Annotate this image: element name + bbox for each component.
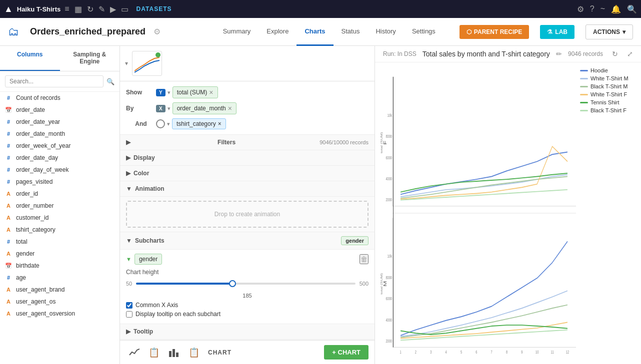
tab-history[interactable]: History — [368, 18, 404, 46]
bar-chart-button[interactable] — [166, 345, 182, 361]
subchart-dropdown-arrow[interactable]: ▼ — [126, 256, 132, 262]
y-dropdown-arrow[interactable]: ▾ — [168, 89, 170, 96]
columns-tab[interactable]: Columns — [0, 46, 60, 71]
legend-label-black-tshirt-f: Black T-Shirt F — [590, 107, 626, 113]
chart-title-edit-icon[interactable]: ✏ — [556, 50, 562, 58]
search-icon[interactable]: 🔍 — [627, 4, 637, 14]
refresh-icon[interactable]: ↻ — [87, 4, 94, 14]
display-section-header[interactable]: ▶ Display — [120, 150, 374, 166]
svg-rect-0 — [169, 351, 172, 357]
num-icon: # — [5, 239, 12, 245]
file-icon[interactable]: ≡ — [64, 4, 69, 13]
and-field-remove[interactable]: × — [218, 120, 222, 127]
list-item[interactable]: # order_week_of_year — [0, 140, 120, 152]
tab-summary[interactable]: Summary — [215, 18, 259, 46]
filters-section-header[interactable]: ▶ Filters 9046/10000 records — [120, 135, 374, 150]
common-x-axis-checkbox[interactable] — [126, 302, 132, 309]
subcharts-header[interactable]: ▼ Subcharts gender — [120, 232, 374, 250]
tooltip-section-header[interactable]: ▶ Tooltip — [120, 324, 374, 340]
tab-status[interactable]: Status — [334, 18, 368, 46]
y-field-remove[interactable]: × — [209, 88, 213, 96]
list-item[interactable]: A order_id — [0, 188, 120, 200]
y-field-chip[interactable]: total (SUM) × — [172, 86, 218, 98]
bar-chart-icon — [168, 348, 180, 357]
list-item[interactable]: # pages_visited — [0, 176, 120, 188]
list-item[interactable]: # age — [0, 272, 120, 284]
animation-drop-zone[interactable]: Drop to create animation — [126, 201, 368, 228]
list-item[interactable]: # order_date_month — [0, 128, 120, 140]
display-tooltip-checkbox[interactable] — [126, 311, 132, 318]
display-tooltip-row: Display tooltip on each subchart — [126, 311, 368, 318]
y-badge[interactable]: Y — [156, 89, 166, 96]
active-indicator — [156, 52, 160, 57]
svg-text:2000: 2000 — [386, 197, 392, 203]
sampling-tab[interactable]: Sampling & Engine — [60, 46, 120, 71]
layout-icon[interactable]: ▭ — [121, 4, 128, 14]
list-item[interactable]: A user_agent_brand — [0, 284, 120, 296]
list-item[interactable]: # order_date_year — [0, 116, 120, 128]
subcharts-gender-badge: gender — [341, 236, 368, 245]
str-icon: A — [5, 311, 12, 317]
x-dropdown-arrow[interactable]: ▾ — [168, 105, 170, 112]
filters-label: Filters — [218, 139, 236, 146]
list-item[interactable]: # total — [0, 236, 120, 248]
subchart-delete-button[interactable]: 🗑 — [360, 254, 368, 264]
copy2-chart-button[interactable]: 📋 — [186, 345, 202, 361]
x-field-chip[interactable]: order_date_month × — [172, 102, 236, 114]
date-icon: 📅 — [5, 107, 12, 113]
list-item[interactable]: A user_agent_osversion — [0, 308, 120, 320]
lab-button[interactable]: ⚗ LAB — [540, 25, 574, 39]
analytics-icon[interactable]: ~ — [600, 4, 605, 13]
actions-button[interactable]: ACTIONS ▾ — [586, 24, 633, 39]
chart-dropdown-arrow[interactable]: ▾ — [125, 60, 128, 67]
tab-charts[interactable]: Charts — [296, 18, 333, 46]
and-axis-selector: ▾ tshirt_category × — [156, 118, 368, 129]
color-section-header[interactable]: ▶ Color — [120, 166, 374, 181]
add-chart-button[interactable]: + CHART — [324, 345, 368, 360]
top-bar: ▲ Haiku T-Shirts ≡ ▦ ↻ ✎ ▶ ▭ DATASETS ⚙ … — [0, 0, 641, 18]
tab-settings[interactable]: Settings — [404, 18, 444, 46]
tooltip-label: Tooltip — [134, 328, 153, 335]
legend-label-white-tshirt-m: White T-Shirt M — [590, 75, 628, 81]
list-item[interactable]: A gender — [0, 248, 120, 260]
and-dropdown-arrow[interactable]: ▾ — [167, 121, 170, 127]
list-item[interactable]: A user_agent_os — [0, 296, 120, 308]
x-field-remove[interactable]: × — [228, 104, 232, 112]
chart-refresh-icon[interactable]: ↻ — [612, 50, 618, 58]
play-icon[interactable]: ▶ — [110, 4, 116, 14]
top-bar-right: ⚙ ? ~ 🔔 🔍 — [577, 4, 637, 14]
chart-expand-icon[interactable]: ⤢ — [627, 50, 633, 58]
list-item[interactable]: # order_date_day — [0, 152, 120, 164]
and-field-chip[interactable]: tshirt_category × — [172, 118, 226, 129]
line-chart-button[interactable] — [126, 345, 142, 361]
edit-icon[interactable]: ✎ — [98, 4, 105, 14]
list-item[interactable]: A tshirt_category — [0, 224, 120, 236]
animation-arrow: ▼ — [126, 185, 132, 192]
legend-label-black-tshirt-m: Black T-Shirt M — [590, 83, 628, 89]
copy-chart-button[interactable]: 📋 — [146, 345, 162, 361]
x-badge[interactable]: X — [156, 105, 166, 112]
tab-explore[interactable]: Explore — [258, 18, 296, 46]
chart-thumbnail[interactable] — [132, 51, 162, 76]
num-icon: # — [5, 143, 12, 149]
list-item[interactable]: # order_day_of_week — [0, 164, 120, 176]
grid-icon[interactable]: ▦ — [74, 4, 82, 14]
slider-container[interactable] — [136, 279, 355, 289]
dataset-settings-icon[interactable]: ⚙ — [154, 27, 160, 36]
search-input[interactable] — [5, 75, 104, 87]
settings-icon[interactable]: ⚙ — [577, 4, 584, 14]
notification-icon[interactable]: 🔔 — [611, 4, 621, 14]
column-name: order_date — [16, 106, 45, 113]
list-item[interactable]: 📅 birthdate — [0, 260, 120, 272]
list-item[interactable]: A customer_id — [0, 212, 120, 224]
animation-section-header[interactable]: ▼ Animation — [120, 181, 374, 197]
slider-thumb[interactable] — [229, 280, 236, 287]
help-icon[interactable]: ? — [590, 4, 594, 13]
tooltip-arrow: ▶ — [126, 328, 130, 335]
subchart-field-chip[interactable]: gender — [134, 254, 162, 265]
list-item[interactable]: # Count of records — [0, 92, 120, 104]
parent-recipe-button[interactable]: ⬡ PARENT RECIPE — [460, 25, 529, 39]
column-name: order_number — [16, 202, 54, 209]
list-item[interactable]: 📅 order_date — [0, 104, 120, 116]
list-item[interactable]: A order_number — [0, 200, 120, 212]
